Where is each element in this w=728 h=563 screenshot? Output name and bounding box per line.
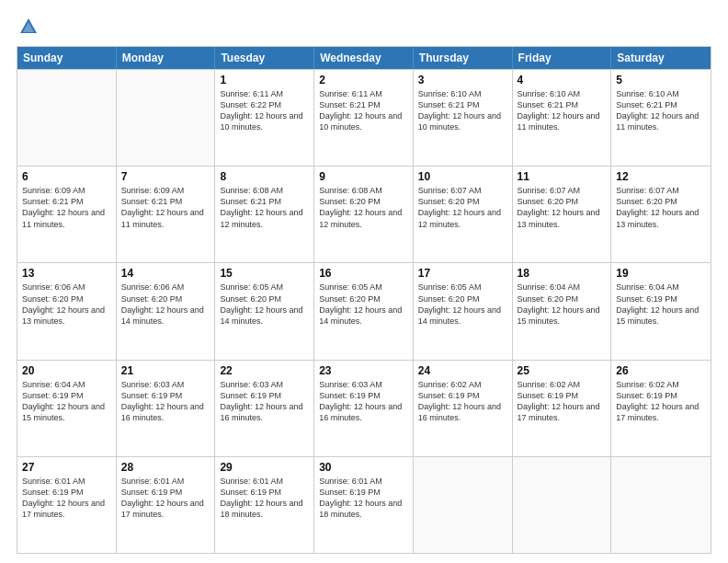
calendar-cell: 21Sunrise: 6:03 AM Sunset: 6:19 PM Dayli… (117, 361, 216, 456)
cell-info: Sunrise: 6:05 AM Sunset: 6:20 PM Dayligh… (220, 282, 309, 327)
calendar-cell: 17Sunrise: 6:05 AM Sunset: 6:20 PM Dayli… (414, 263, 513, 359)
cell-day-number: 30 (319, 461, 408, 474)
cell-info: Sunrise: 6:06 AM Sunset: 6:20 PM Dayligh… (121, 282, 210, 327)
cell-info: Sunrise: 6:04 AM Sunset: 6:19 PM Dayligh… (22, 379, 111, 424)
weekday-header: Saturday (611, 47, 711, 69)
cell-info: Sunrise: 6:07 AM Sunset: 6:20 PM Dayligh… (518, 185, 607, 230)
logo-icon (18, 17, 39, 37)
cell-info: Sunrise: 6:05 AM Sunset: 6:20 PM Dayligh… (418, 282, 507, 327)
calendar-cell: 30Sunrise: 6:01 AM Sunset: 6:19 PM Dayli… (314, 457, 414, 553)
calendar-cell: 22Sunrise: 6:03 AM Sunset: 6:19 PM Dayli… (215, 361, 314, 456)
cell-day-number: 5 (616, 74, 706, 86)
cell-day-number: 2 (319, 74, 408, 86)
calendar-cell: 13Sunrise: 6:06 AM Sunset: 6:20 PM Dayli… (17, 263, 117, 359)
cell-day-number: 28 (121, 461, 210, 474)
cell-info: Sunrise: 6:04 AM Sunset: 6:19 PM Dayligh… (616, 282, 706, 327)
calendar-cell: 2Sunrise: 6:11 AM Sunset: 6:21 PM Daylig… (314, 70, 414, 166)
cell-day-number: 10 (418, 170, 507, 183)
calendar-cell: 18Sunrise: 6:04 AM Sunset: 6:20 PM Dayli… (513, 263, 612, 359)
cell-day-number: 13 (22, 267, 111, 280)
weekday-header: Wednesday (314, 47, 414, 69)
calendar: SundayMondayTuesdayWednesdayThursdayFrid… (17, 46, 711, 554)
cell-day-number: 15 (220, 267, 309, 280)
cell-info: Sunrise: 6:11 AM Sunset: 6:21 PM Dayligh… (319, 88, 408, 133)
cell-info: Sunrise: 6:08 AM Sunset: 6:21 PM Dayligh… (220, 185, 309, 230)
cell-day-number: 25 (518, 364, 607, 377)
calendar-week: 1Sunrise: 6:11 AM Sunset: 6:22 PM Daylig… (17, 69, 711, 166)
calendar-week: 20Sunrise: 6:04 AM Sunset: 6:19 PM Dayli… (17, 360, 711, 456)
cell-info: Sunrise: 6:04 AM Sunset: 6:20 PM Dayligh… (518, 282, 607, 327)
calendar-week: 27Sunrise: 6:01 AM Sunset: 6:19 PM Dayli… (17, 456, 711, 553)
cell-day-number: 29 (220, 461, 309, 474)
calendar-cell (611, 457, 711, 553)
calendar-cell: 14Sunrise: 6:06 AM Sunset: 6:20 PM Dayli… (117, 263, 216, 359)
calendar-cell: 1Sunrise: 6:11 AM Sunset: 6:22 PM Daylig… (215, 70, 314, 166)
weekday-header: Monday (117, 47, 216, 69)
calendar-cell: 25Sunrise: 6:02 AM Sunset: 6:19 PM Dayli… (513, 361, 612, 456)
calendar-cell: 5Sunrise: 6:10 AM Sunset: 6:21 PM Daylig… (611, 70, 711, 166)
page-header (17, 17, 711, 37)
cell-info: Sunrise: 6:02 AM Sunset: 6:19 PM Dayligh… (418, 379, 507, 424)
cell-info: Sunrise: 6:10 AM Sunset: 6:21 PM Dayligh… (518, 88, 607, 133)
calendar-header-row: SundayMondayTuesdayWednesdayThursdayFrid… (17, 47, 711, 69)
calendar-cell: 12Sunrise: 6:07 AM Sunset: 6:20 PM Dayli… (611, 167, 711, 262)
cell-info: Sunrise: 6:01 AM Sunset: 6:19 PM Dayligh… (121, 476, 210, 521)
calendar-cell: 3Sunrise: 6:10 AM Sunset: 6:21 PM Daylig… (414, 70, 513, 166)
logo (17, 17, 39, 37)
calendar-cell: 27Sunrise: 6:01 AM Sunset: 6:19 PM Dayli… (17, 457, 117, 553)
cell-info: Sunrise: 6:01 AM Sunset: 6:19 PM Dayligh… (22, 476, 111, 521)
cell-day-number: 19 (616, 267, 706, 280)
cell-day-number: 20 (22, 364, 111, 377)
calendar-cell: 28Sunrise: 6:01 AM Sunset: 6:19 PM Dayli… (117, 457, 216, 553)
calendar-cell: 15Sunrise: 6:05 AM Sunset: 6:20 PM Dayli… (215, 263, 314, 359)
calendar-cell: 6Sunrise: 6:09 AM Sunset: 6:21 PM Daylig… (17, 167, 117, 262)
cell-day-number: 24 (418, 364, 507, 377)
weekday-header: Friday (513, 47, 612, 69)
cell-day-number: 22 (220, 364, 309, 377)
calendar-cell: 10Sunrise: 6:07 AM Sunset: 6:20 PM Dayli… (414, 167, 513, 262)
calendar-cell (513, 457, 612, 553)
calendar-cell: 16Sunrise: 6:05 AM Sunset: 6:20 PM Dayli… (314, 263, 414, 359)
cell-info: Sunrise: 6:02 AM Sunset: 6:19 PM Dayligh… (616, 379, 706, 424)
calendar-week: 6Sunrise: 6:09 AM Sunset: 6:21 PM Daylig… (17, 166, 711, 262)
cell-day-number: 14 (121, 267, 210, 280)
cell-info: Sunrise: 6:07 AM Sunset: 6:20 PM Dayligh… (616, 185, 706, 230)
cell-day-number: 1 (220, 74, 309, 86)
calendar-cell (117, 70, 216, 166)
calendar-cell: 23Sunrise: 6:03 AM Sunset: 6:19 PM Dayli… (314, 361, 414, 456)
calendar-cell: 26Sunrise: 6:02 AM Sunset: 6:19 PM Dayli… (611, 361, 711, 456)
cell-day-number: 23 (319, 364, 408, 377)
calendar-body: 1Sunrise: 6:11 AM Sunset: 6:22 PM Daylig… (17, 69, 711, 553)
cell-day-number: 18 (518, 267, 607, 280)
cell-info: Sunrise: 6:10 AM Sunset: 6:21 PM Dayligh… (616, 88, 706, 133)
cell-info: Sunrise: 6:05 AM Sunset: 6:20 PM Dayligh… (319, 282, 408, 327)
calendar-cell: 11Sunrise: 6:07 AM Sunset: 6:20 PM Dayli… (513, 167, 612, 262)
cell-info: Sunrise: 6:02 AM Sunset: 6:19 PM Dayligh… (518, 379, 607, 424)
cell-day-number: 16 (319, 267, 408, 280)
weekday-header: Thursday (414, 47, 513, 69)
cell-day-number: 11 (518, 170, 607, 183)
cell-info: Sunrise: 6:06 AM Sunset: 6:20 PM Dayligh… (22, 282, 111, 327)
calendar-cell (17, 70, 117, 166)
calendar-cell: 29Sunrise: 6:01 AM Sunset: 6:19 PM Dayli… (215, 457, 314, 553)
weekday-header: Tuesday (215, 47, 314, 69)
cell-info: Sunrise: 6:09 AM Sunset: 6:21 PM Dayligh… (22, 185, 111, 230)
calendar-week: 13Sunrise: 6:06 AM Sunset: 6:20 PM Dayli… (17, 262, 711, 359)
calendar-cell: 24Sunrise: 6:02 AM Sunset: 6:19 PM Dayli… (414, 361, 513, 456)
cell-day-number: 21 (121, 364, 210, 377)
cell-info: Sunrise: 6:03 AM Sunset: 6:19 PM Dayligh… (220, 379, 309, 424)
calendar-cell: 4Sunrise: 6:10 AM Sunset: 6:21 PM Daylig… (513, 70, 612, 166)
cell-info: Sunrise: 6:10 AM Sunset: 6:21 PM Dayligh… (418, 88, 507, 133)
calendar-cell (414, 457, 513, 553)
cell-day-number: 26 (616, 364, 706, 377)
calendar-cell: 19Sunrise: 6:04 AM Sunset: 6:19 PM Dayli… (611, 263, 711, 359)
calendar-cell: 7Sunrise: 6:09 AM Sunset: 6:21 PM Daylig… (117, 167, 216, 262)
calendar-cell: 20Sunrise: 6:04 AM Sunset: 6:19 PM Dayli… (17, 361, 117, 456)
cell-day-number: 7 (121, 170, 210, 183)
cell-info: Sunrise: 6:08 AM Sunset: 6:20 PM Dayligh… (319, 185, 408, 230)
cell-day-number: 27 (22, 461, 111, 474)
calendar-cell: 9Sunrise: 6:08 AM Sunset: 6:20 PM Daylig… (314, 167, 414, 262)
cell-info: Sunrise: 6:03 AM Sunset: 6:19 PM Dayligh… (319, 379, 408, 424)
cell-day-number: 12 (616, 170, 706, 183)
cell-day-number: 9 (319, 170, 408, 183)
